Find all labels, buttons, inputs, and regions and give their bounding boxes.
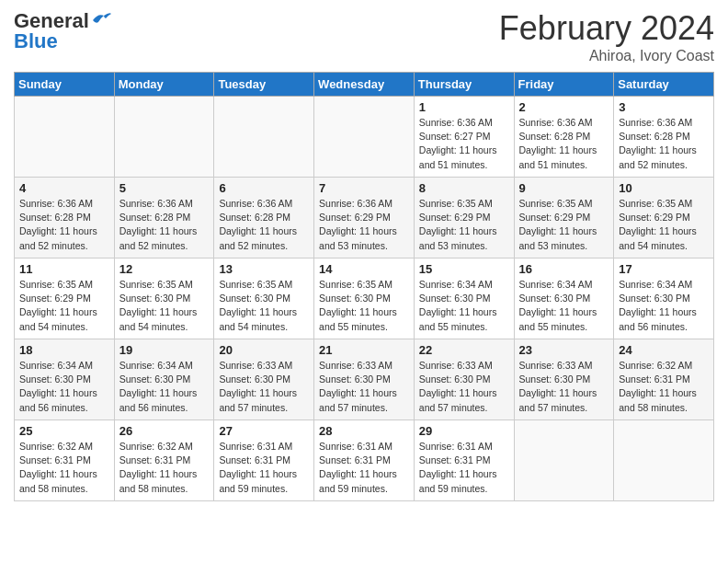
day-info: Sunrise: 6:36 AMSunset: 6:28 PMDaylight:… <box>219 197 309 253</box>
day-number: 2 <box>519 100 609 114</box>
calendar-cell: 11Sunrise: 6:35 AMSunset: 6:29 PMDayligh… <box>15 259 115 339</box>
day-number: 19 <box>119 343 210 357</box>
day-number: 27 <box>219 424 309 438</box>
day-number: 28 <box>319 424 409 438</box>
day-info: Sunrise: 6:32 AMSunset: 6:31 PMDaylight:… <box>119 440 210 496</box>
weekday-header-thursday: Thursday <box>414 73 514 97</box>
weekday-header-saturday: Saturday <box>614 73 714 97</box>
day-info: Sunrise: 6:33 AMSunset: 6:30 PMDaylight:… <box>319 359 409 415</box>
day-info: Sunrise: 6:35 AMSunset: 6:30 PMDaylight:… <box>319 278 409 334</box>
header: General Blue February 2024 Ahiroa, Ivory… <box>14 9 714 64</box>
calendar-cell: 4Sunrise: 6:36 AMSunset: 6:28 PMDaylight… <box>15 178 115 259</box>
day-info: Sunrise: 6:35 AMSunset: 6:29 PMDaylight:… <box>19 278 109 334</box>
day-number: 6 <box>219 181 309 195</box>
day-number: 14 <box>319 262 409 276</box>
weekday-header-friday: Friday <box>514 73 614 97</box>
calendar-cell: 14Sunrise: 6:35 AMSunset: 6:30 PMDayligh… <box>314 259 415 339</box>
day-info: Sunrise: 6:33 AMSunset: 6:30 PMDaylight:… <box>419 359 509 415</box>
calendar-cell: 10Sunrise: 6:35 AMSunset: 6:29 PMDayligh… <box>614 178 714 259</box>
day-info: Sunrise: 6:36 AMSunset: 6:29 PMDaylight:… <box>319 197 409 253</box>
calendar-cell: 23Sunrise: 6:33 AMSunset: 6:30 PMDayligh… <box>514 339 614 420</box>
day-number: 17 <box>619 262 709 276</box>
day-info: Sunrise: 6:36 AMSunset: 6:27 PMDaylight:… <box>419 116 509 172</box>
day-number: 9 <box>519 181 609 195</box>
day-number: 5 <box>119 181 210 195</box>
weekday-header-tuesday: Tuesday <box>214 73 314 97</box>
day-info: Sunrise: 6:31 AMSunset: 6:31 PMDaylight:… <box>219 440 309 496</box>
day-number: 1 <box>419 100 509 114</box>
day-info: Sunrise: 6:34 AMSunset: 6:30 PMDaylight:… <box>419 278 509 334</box>
day-number: 26 <box>119 424 210 438</box>
day-number: 8 <box>419 181 509 195</box>
day-number: 29 <box>419 424 509 438</box>
day-info: Sunrise: 6:35 AMSunset: 6:30 PMDaylight:… <box>119 278 210 334</box>
day-number: 4 <box>19 181 109 195</box>
calendar-cell <box>514 420 614 501</box>
day-info: Sunrise: 6:34 AMSunset: 6:30 PMDaylight:… <box>519 278 609 334</box>
day-number: 11 <box>19 262 109 276</box>
calendar-cell: 6Sunrise: 6:36 AMSunset: 6:28 PMDaylight… <box>214 178 314 259</box>
calendar-cell: 3Sunrise: 6:36 AMSunset: 6:28 PMDaylight… <box>614 97 714 178</box>
calendar-cell: 17Sunrise: 6:34 AMSunset: 6:30 PMDayligh… <box>614 259 714 339</box>
calendar-cell <box>314 97 415 178</box>
calendar-cell: 16Sunrise: 6:34 AMSunset: 6:30 PMDayligh… <box>514 259 614 339</box>
calendar-cell: 12Sunrise: 6:35 AMSunset: 6:30 PMDayligh… <box>114 259 214 339</box>
day-info: Sunrise: 6:34 AMSunset: 6:30 PMDaylight:… <box>19 359 109 415</box>
day-info: Sunrise: 6:35 AMSunset: 6:29 PMDaylight:… <box>519 197 609 253</box>
day-number: 12 <box>119 262 210 276</box>
day-info: Sunrise: 6:35 AMSunset: 6:29 PMDaylight:… <box>619 197 709 253</box>
day-number: 16 <box>519 262 609 276</box>
logo-blue: Blue <box>14 29 58 53</box>
day-info: Sunrise: 6:36 AMSunset: 6:28 PMDaylight:… <box>519 116 609 172</box>
day-number: 24 <box>619 343 709 357</box>
calendar-cell: 9Sunrise: 6:35 AMSunset: 6:29 PMDaylight… <box>514 178 614 259</box>
day-number: 13 <box>219 262 309 276</box>
day-number: 20 <box>219 343 309 357</box>
calendar-cell <box>114 97 214 178</box>
calendar-cell: 28Sunrise: 6:31 AMSunset: 6:31 PMDayligh… <box>314 420 415 501</box>
calendar-cell <box>15 97 115 178</box>
month-title: February 2024 <box>499 9 714 48</box>
weekday-header-wednesday: Wednesday <box>314 73 415 97</box>
calendar-cell <box>614 420 714 501</box>
day-info: Sunrise: 6:31 AMSunset: 6:31 PMDaylight:… <box>419 440 509 496</box>
calendar-table: SundayMondayTuesdayWednesdayThursdayFrid… <box>14 72 714 501</box>
weekday-header-monday: Monday <box>114 73 214 97</box>
calendar-cell: 29Sunrise: 6:31 AMSunset: 6:31 PMDayligh… <box>414 420 514 501</box>
day-info: Sunrise: 6:31 AMSunset: 6:31 PMDaylight:… <box>319 440 409 496</box>
day-info: Sunrise: 6:34 AMSunset: 6:30 PMDaylight:… <box>119 359 210 415</box>
day-number: 3 <box>619 100 709 114</box>
calendar-cell: 7Sunrise: 6:36 AMSunset: 6:29 PMDaylight… <box>314 178 415 259</box>
calendar-cell: 22Sunrise: 6:33 AMSunset: 6:30 PMDayligh… <box>414 339 514 420</box>
calendar-cell: 27Sunrise: 6:31 AMSunset: 6:31 PMDayligh… <box>214 420 314 501</box>
day-info: Sunrise: 6:36 AMSunset: 6:28 PMDaylight:… <box>19 197 109 253</box>
logo: General Blue <box>14 9 111 53</box>
calendar-cell: 15Sunrise: 6:34 AMSunset: 6:30 PMDayligh… <box>414 259 514 339</box>
calendar-cell: 25Sunrise: 6:32 AMSunset: 6:31 PMDayligh… <box>15 420 115 501</box>
day-number: 15 <box>419 262 509 276</box>
day-info: Sunrise: 6:33 AMSunset: 6:30 PMDaylight:… <box>219 359 309 415</box>
calendar-cell: 2Sunrise: 6:36 AMSunset: 6:28 PMDaylight… <box>514 97 614 178</box>
day-number: 25 <box>19 424 109 438</box>
day-number: 7 <box>319 181 409 195</box>
day-number: 10 <box>619 181 709 195</box>
calendar-cell: 21Sunrise: 6:33 AMSunset: 6:30 PMDayligh… <box>314 339 415 420</box>
calendar-cell: 26Sunrise: 6:32 AMSunset: 6:31 PMDayligh… <box>114 420 214 501</box>
day-info: Sunrise: 6:32 AMSunset: 6:31 PMDaylight:… <box>19 440 109 496</box>
calendar-cell: 13Sunrise: 6:35 AMSunset: 6:30 PMDayligh… <box>214 259 314 339</box>
calendar-cell: 5Sunrise: 6:36 AMSunset: 6:28 PMDaylight… <box>114 178 214 259</box>
day-info: Sunrise: 6:36 AMSunset: 6:28 PMDaylight:… <box>619 116 709 172</box>
calendar-cell: 20Sunrise: 6:33 AMSunset: 6:30 PMDayligh… <box>214 339 314 420</box>
day-number: 22 <box>419 343 509 357</box>
calendar-cell: 24Sunrise: 6:32 AMSunset: 6:31 PMDayligh… <box>614 339 714 420</box>
logo-bird-icon <box>91 11 111 28</box>
day-info: Sunrise: 6:34 AMSunset: 6:30 PMDaylight:… <box>619 278 709 334</box>
weekday-header-sunday: Sunday <box>15 73 115 97</box>
calendar-cell <box>214 97 314 178</box>
day-number: 21 <box>319 343 409 357</box>
day-number: 23 <box>519 343 609 357</box>
day-number: 18 <box>19 343 109 357</box>
title-area: February 2024 Ahiroa, Ivory Coast <box>499 9 714 64</box>
day-info: Sunrise: 6:35 AMSunset: 6:29 PMDaylight:… <box>419 197 509 253</box>
day-info: Sunrise: 6:33 AMSunset: 6:30 PMDaylight:… <box>519 359 609 415</box>
